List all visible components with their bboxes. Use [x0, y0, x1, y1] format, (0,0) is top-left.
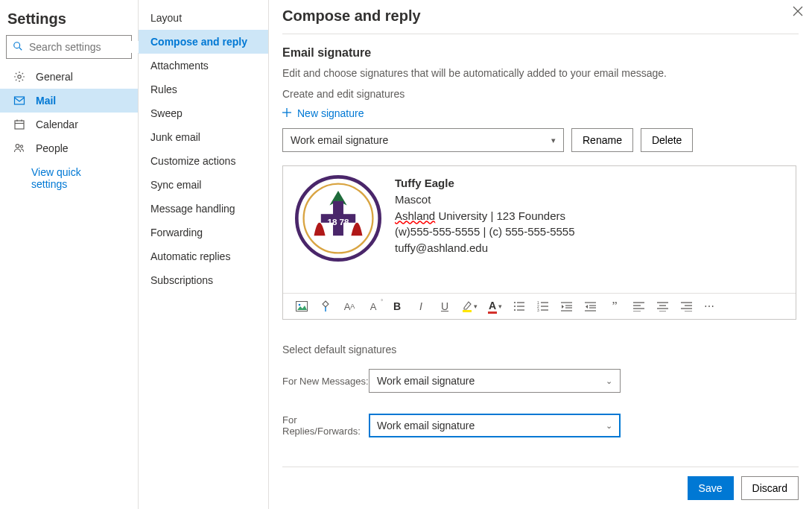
- font-size-icon[interactable]: A°: [367, 300, 380, 313]
- align-center-icon[interactable]: [656, 300, 669, 313]
- number-list-icon[interactable]: 123: [536, 300, 550, 313]
- signature-name-select[interactable]: Work email signature ▾: [282, 128, 564, 152]
- svg-point-24: [514, 309, 516, 311]
- plus-icon: [282, 107, 291, 119]
- sidebar-item-label: Mail: [36, 95, 56, 107]
- font-color-icon[interactable]: A▾: [488, 300, 502, 313]
- chevron-down-icon: ▾: [551, 136, 556, 145]
- insert-image-icon[interactable]: [295, 300, 308, 313]
- svg-text:18 78: 18 78: [327, 217, 349, 227]
- svg-rect-3: [15, 97, 25, 104]
- select-default-signatures-heading: Select default signatures: [282, 344, 799, 355]
- view-quick-settings-link[interactable]: View quick settings: [0, 160, 138, 196]
- subnav-item-compose-reply[interactable]: Compose and reply: [139, 30, 268, 54]
- svg-rect-4: [15, 121, 24, 129]
- subnav-item-customize-actions[interactable]: Customize actions: [139, 149, 268, 173]
- signature-text-block: Tuffy Eagle Mascot Ashland University | …: [395, 175, 575, 284]
- subnav-item-layout[interactable]: Layout: [139, 6, 268, 30]
- svg-point-23: [514, 306, 516, 307]
- for-replies-forwards-value: Work email signature: [377, 420, 475, 431]
- chevron-down-icon: ⌄: [606, 376, 612, 386]
- subnav-item-forwarding[interactable]: Forwarding: [139, 221, 268, 244]
- settings-sidebar: Settings General Mail Calendar People V: [0, 0, 139, 509]
- mail-icon: [13, 95, 25, 107]
- sidebar-item-label: General: [36, 71, 73, 83]
- email-signature-heading: Email signature: [282, 46, 799, 60]
- svg-point-2: [18, 75, 21, 78]
- sidebar-item-mail[interactable]: Mail: [0, 89, 138, 113]
- rename-button[interactable]: Rename: [571, 128, 633, 152]
- svg-line-1: [19, 47, 22, 50]
- search-settings-box[interactable]: [6, 35, 132, 59]
- subnav-item-rules[interactable]: Rules: [139, 78, 268, 101]
- create-edit-signatures-label: Create and edit signatures: [282, 88, 799, 100]
- svg-point-8: [16, 145, 19, 148]
- subnav-item-message-handling[interactable]: Message handling: [139, 197, 268, 221]
- font-family-icon[interactable]: AA: [343, 300, 356, 313]
- signature-name-line: Tuffy Eagle: [395, 175, 575, 192]
- signature-org-line: Ashland University | 123 Founders: [395, 208, 575, 224]
- sidebar-item-people[interactable]: People: [0, 136, 138, 160]
- signature-logo-image: 18 78: [295, 175, 381, 262]
- subnav-item-sweep[interactable]: Sweep: [139, 101, 268, 125]
- new-signature-label: New signature: [297, 107, 364, 119]
- align-right-icon[interactable]: [679, 300, 693, 313]
- search-icon: [13, 41, 23, 54]
- signature-editor-content[interactable]: 18 78 Tuffy Eagle Mascot Ashland Univers…: [283, 166, 796, 293]
- quote-icon[interactable]: ”: [608, 300, 621, 313]
- settings-title: Settings: [0, 6, 138, 35]
- svg-point-22: [514, 302, 516, 303]
- bullet-list-icon[interactable]: [513, 300, 526, 313]
- signature-name-value: Work email signature: [291, 134, 388, 146]
- underline-icon[interactable]: U: [438, 300, 451, 313]
- delete-button[interactable]: Delete: [641, 128, 693, 152]
- subnav-item-attachments[interactable]: Attachments: [139, 54, 268, 78]
- subnav-item-junk-email[interactable]: Junk email: [139, 125, 268, 149]
- svg-point-20: [299, 304, 301, 306]
- sidebar-item-general[interactable]: General: [0, 65, 138, 89]
- indent-icon[interactable]: [584, 300, 597, 313]
- for-new-messages-select[interactable]: Work email signature ⌄: [369, 369, 621, 393]
- email-signature-help: Edit and choose signatures that will be …: [282, 67, 799, 79]
- signature-title-line: Mascot: [395, 192, 575, 208]
- for-replies-forwards-select[interactable]: Work email signature ⌄: [369, 414, 621, 437]
- main-panel: Compose and reply Email signature Edit a…: [269, 0, 812, 509]
- svg-point-0: [14, 42, 20, 48]
- svg-text:3: 3: [537, 308, 539, 312]
- discard-button[interactable]: Discard: [741, 476, 799, 500]
- highlight-color-icon[interactable]: ▾: [462, 300, 478, 313]
- italic-icon[interactable]: I: [414, 300, 428, 313]
- editor-toolbar: AA A° B I U ▾ A▾ 123 ” ⋯: [283, 293, 796, 319]
- gear-icon: [13, 71, 25, 83]
- mail-subnav: Layout Compose and reply Attachments Rul…: [139, 0, 269, 509]
- signature-email-line: tuffy@ashland.edu: [395, 240, 575, 256]
- for-new-messages-label: For New Messages:: [282, 376, 369, 387]
- signature-phone-line: (w)555-555-5555 | (c) 555-555-5555: [395, 224, 575, 240]
- for-new-messages-value: Work email signature: [377, 375, 475, 387]
- page-title: Compose and reply: [282, 7, 799, 34]
- subnav-item-subscriptions[interactable]: Subscriptions: [139, 268, 268, 292]
- outdent-icon[interactable]: [560, 300, 574, 313]
- format-painter-icon[interactable]: [319, 300, 332, 313]
- footer-actions: Save Discard: [282, 467, 799, 509]
- chevron-down-icon: ⌄: [606, 421, 612, 431]
- more-options-icon[interactable]: ⋯: [703, 300, 717, 313]
- close-button[interactable]: [793, 6, 803, 19]
- save-button[interactable]: Save: [688, 476, 734, 500]
- for-replies-forwards-label: For Replies/Forwards:: [282, 414, 369, 437]
- subnav-item-sync-email[interactable]: Sync email: [139, 173, 268, 197]
- signature-editor[interactable]: 18 78 Tuffy Eagle Mascot Ashland Univers…: [282, 165, 796, 320]
- calendar-icon: [13, 118, 25, 130]
- sidebar-item-label: Calendar: [36, 118, 78, 130]
- sidebar-item-label: People: [36, 142, 69, 154]
- subnav-item-automatic-replies[interactable]: Automatic replies: [139, 244, 268, 268]
- svg-point-9: [20, 145, 22, 148]
- svg-rect-21: [463, 310, 472, 312]
- people-icon: [13, 142, 25, 154]
- sidebar-item-calendar[interactable]: Calendar: [0, 113, 138, 136]
- align-left-icon[interactable]: [632, 300, 645, 313]
- new-signature-button[interactable]: New signature: [282, 107, 799, 119]
- bold-icon[interactable]: B: [390, 300, 404, 313]
